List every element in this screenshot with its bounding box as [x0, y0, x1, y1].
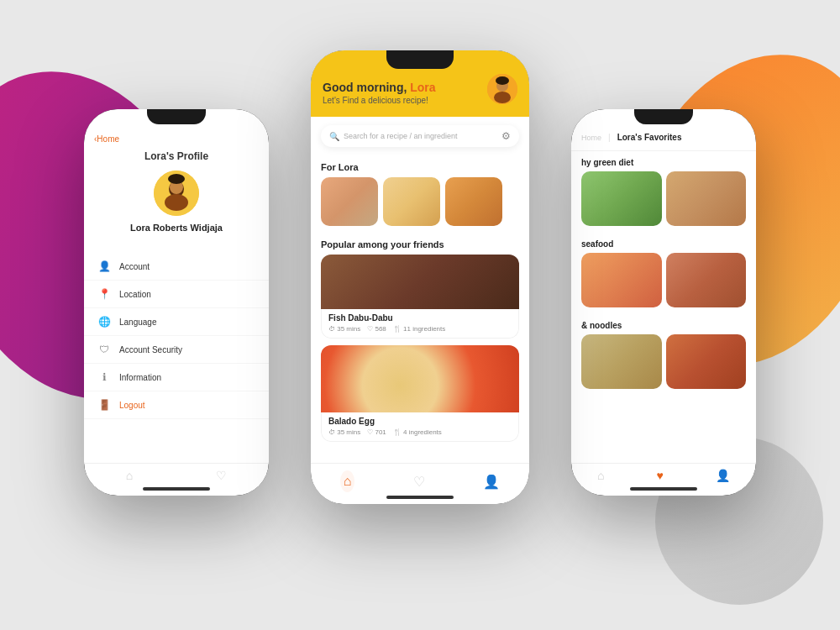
fav-section-green: hy green diet: [571, 151, 756, 171]
fish-grill-img: [666, 253, 747, 307]
egg-card-img: [321, 345, 519, 412]
main-nav-profile-icon[interactable]: 👤: [483, 474, 500, 490]
fav-section-noodles: & noodles: [571, 314, 756, 334]
egg-likes: ♡ 701: [367, 428, 386, 436]
svg-point-4: [168, 174, 185, 184]
notch-center: [386, 50, 454, 69]
svg-point-7: [494, 92, 511, 103]
recipe-card-fries[interactable]: [445, 177, 502, 226]
fav-card-salad[interactable]: [581, 171, 662, 226]
home-indicator-center: [386, 496, 454, 499]
fish-likes: ♡ 568: [367, 325, 386, 333]
fav-nav-profile-icon[interactable]: 👤: [716, 469, 730, 482]
stew-img: [666, 334, 747, 389]
fav-card-noodles[interactable]: [581, 334, 662, 389]
fav-bottom-nav: ⌂ ♥ 👤: [571, 463, 756, 487]
main-nav-fav-icon[interactable]: ♡: [413, 474, 425, 490]
shrimp-img: [581, 253, 662, 307]
fish-card-info: Fish Dabu-Dabu ⏱ 35 mins ♡ 568 🍴 11 ingr…: [321, 309, 519, 339]
menu-item-logout[interactable]: 🚪 Logout: [84, 391, 269, 419]
profile-name: Lora Roberts Widjaja: [84, 223, 269, 233]
phone-center-screen: Good morning, Lora Let's Find a deliciou…: [311, 50, 529, 504]
popular-card-fish[interactable]: Fish Dabu-Dabu ⏱ 35 mins ♡ 568 🍴 11 ingr…: [321, 255, 519, 339]
fav-grid-green: [571, 171, 756, 233]
nav-fav-icon[interactable]: ♡: [216, 469, 227, 482]
profile-avatar: [154, 171, 199, 216]
tab-separator: |: [608, 133, 611, 142]
phone-right-content: Home | Lora's Favorites hy green diet se…: [571, 109, 756, 496]
menu-label-info: Information: [119, 373, 161, 382]
language-icon: 🌐: [97, 315, 111, 328]
notch-right: [634, 109, 693, 124]
fav-nav-fav-icon[interactable]: ♥: [657, 469, 664, 482]
search-bar[interactable]: 🔍 Search for a recipe / an ingredient ⚙: [321, 125, 519, 147]
filter-icon[interactable]: ⚙: [501, 130, 511, 142]
fish-card-img: [321, 255, 519, 309]
greeting-name: Lora: [410, 81, 435, 94]
back-label: Home: [97, 134, 119, 144]
tab-home[interactable]: Home: [581, 134, 601, 142]
recipe-row-for-lora: [311, 177, 529, 233]
section-popular-title: Popular among your friends: [311, 233, 529, 255]
header-avatar: [487, 74, 517, 104]
menu-label-location: Location: [119, 290, 151, 299]
logout-icon: 🚪: [97, 398, 111, 412]
egg-recipe-meta: ⏱ 35 mins ♡ 701 🍴 4 ingredients: [328, 428, 512, 436]
fav-card-fish-grill[interactable]: [666, 253, 747, 307]
menu-item-location[interactable]: 📍 Location: [84, 281, 269, 308]
menu-label-language: Language: [119, 318, 157, 327]
phone-right-screen: Home | Lora's Favorites hy green diet se…: [571, 109, 756, 496]
menu-item-security[interactable]: 🛡 Account Security: [84, 336, 269, 364]
egg-time: ⏱ 35 mins: [328, 428, 360, 436]
menu-label-security: Account Security: [119, 345, 182, 354]
section-for-title: For Lora: [311, 155, 529, 177]
nav-home-icon[interactable]: ⌂: [126, 469, 133, 482]
menu-item-language[interactable]: 🌐 Language: [84, 308, 269, 336]
fish-recipe-name: Fish Dabu-Dabu: [328, 313, 512, 323]
recipe-card-bowl[interactable]: [321, 177, 378, 226]
fav-grid-seafood: [571, 253, 756, 314]
notch-left: [147, 109, 206, 124]
security-icon: 🛡: [97, 343, 111, 356]
phone-right: Home | Lora's Favorites hy green diet se…: [571, 109, 756, 496]
menu-item-info[interactable]: ℹ Information: [84, 364, 269, 391]
phone-center-content: Good morning, Lora Let's Find a deliciou…: [311, 50, 529, 504]
recipe-card-pasta[interactable]: [383, 177, 440, 226]
menu-label-account: Account: [119, 262, 150, 271]
home-indicator-left: [143, 487, 210, 491]
account-icon: 👤: [97, 260, 111, 273]
popular-card-egg[interactable]: Balado Egg ⏱ 35 mins ♡ 701 🍴 4 ingredien…: [321, 345, 519, 442]
fish-ingredients: 🍴 11 ingredients: [393, 325, 445, 333]
location-icon: 📍: [97, 287, 111, 301]
fav-section-seafood: seafood: [571, 233, 756, 253]
main-nav-home-icon[interactable]: ⌂: [340, 470, 355, 492]
search-icon: 🔍: [329, 132, 339, 141]
profile-header: ‹ Home Lora's Profile Lora Robert: [84, 109, 269, 253]
fish-time: ⏱ 35 mins: [328, 325, 360, 333]
info-icon: ℹ: [97, 370, 111, 384]
fish-recipe-meta: ⏱ 35 mins ♡ 568 🍴 11 ingredients: [328, 325, 512, 333]
tab-favorites[interactable]: Lora's Favorites: [617, 133, 682, 142]
egg-ingredients: 🍴 4 ingredients: [393, 428, 442, 436]
fav-nav-home-icon[interactable]: ⌂: [597, 469, 604, 482]
greeting-prefix: Good morning,: [323, 81, 410, 94]
search-placeholder: Search for a recipe / an ingredient: [344, 132, 501, 140]
chicken-img: [666, 171, 747, 226]
egg-recipe-name: Balado Egg: [328, 417, 512, 426]
phone-left-screen: ‹ Home Lora's Profile Lora Robert: [84, 109, 269, 496]
fav-card-shrimp[interactable]: [581, 253, 662, 307]
home-indicator-right: [630, 487, 697, 491]
fav-card-chicken[interactable]: [666, 171, 747, 226]
fav-card-stew[interactable]: [666, 334, 747, 389]
phone-left: ‹ Home Lora's Profile Lora Robert: [84, 109, 269, 496]
fav-grid-noodles: [571, 334, 756, 396]
profile-back[interactable]: ‹ Home: [84, 134, 269, 144]
profile-title: Lora's Profile: [84, 150, 269, 162]
phone-left-content: ‹ Home Lora's Profile Lora Robert: [84, 109, 269, 496]
phone-center: Good morning, Lora Let's Find a deliciou…: [311, 50, 529, 504]
egg-card-info: Balado Egg ⏱ 35 mins ♡ 701 🍴 4 ingredien…: [321, 412, 519, 442]
menu-item-account[interactable]: 👤 Account: [84, 253, 269, 281]
svg-point-8: [496, 76, 509, 85]
noodles-img: [581, 334, 662, 389]
profile-bottom-nav: ⌂ ♡: [84, 463, 269, 487]
